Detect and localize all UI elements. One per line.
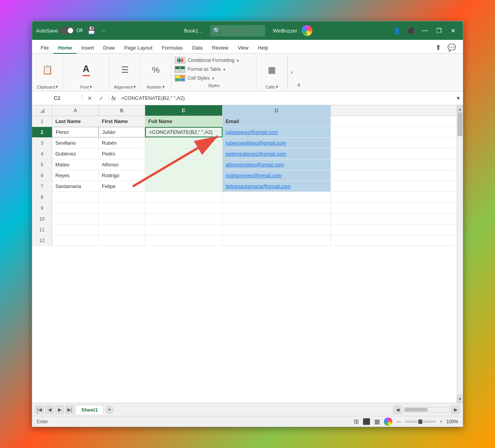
restore-button[interactable]: ⬛ [405, 25, 417, 36]
row-num-4[interactable]: 4 [32, 149, 52, 159]
normal-view-button[interactable]: ⊞ [354, 418, 359, 425]
cell-a11[interactable] [52, 224, 99, 235]
cell-d12[interactable] [223, 235, 331, 246]
cell-c12[interactable] [145, 235, 223, 246]
cell-b6[interactable]: Rodrigo [99, 170, 145, 181]
cell-b3[interactable]: Rubén [99, 138, 145, 148]
cell-d7[interactable]: felipesantamaria@gmail.com [223, 181, 331, 192]
minimize-button[interactable]: — [419, 25, 431, 36]
formula-confirm-button[interactable]: ✓ [97, 94, 106, 103]
zoom-slider[interactable] [405, 421, 436, 423]
cell-c9[interactable] [145, 203, 223, 213]
tab-review[interactable]: Review [207, 43, 233, 54]
row-num-7[interactable]: 7 [32, 181, 52, 192]
tab-view[interactable]: View [233, 43, 253, 54]
cell-d5[interactable]: alfonsomateo@gmail.com [223, 159, 331, 170]
cell-c11[interactable] [145, 224, 223, 235]
row-num-5[interactable]: 5 [32, 159, 52, 170]
comment-button[interactable]: 💬 [444, 42, 459, 53]
cell-c3[interactable] [145, 138, 223, 148]
cell-b7[interactable]: Felipe [99, 181, 145, 192]
tab-data[interactable]: Data [187, 43, 207, 54]
row-num-8[interactable]: 8 [32, 192, 52, 202]
cell-d9[interactable] [223, 203, 331, 213]
scroll-thumb[interactable] [457, 113, 462, 136]
col-header-d[interactable]: D [223, 105, 331, 116]
cell-a6[interactable]: Reyes [52, 170, 99, 181]
cell-c7[interactable] [145, 181, 223, 192]
zoom-slider-thumb[interactable] [418, 419, 422, 424]
font-label[interactable]: Font ▾ [80, 84, 92, 89]
tab-help[interactable]: Help [253, 43, 273, 54]
cell-d2[interactable]: julianperez@gmail.com [223, 127, 331, 137]
font-button[interactable]: A [79, 62, 93, 78]
scroll-down-button[interactable]: ▼ [457, 395, 463, 403]
cell-c2[interactable]: =CONCATENATE(B2," ",A2) [145, 127, 223, 137]
row-num-3[interactable]: 3 [32, 138, 52, 148]
scroll-up-button[interactable]: ▲ [457, 105, 463, 113]
cell-c10[interactable] [145, 214, 223, 224]
save-icon[interactable]: 💾 [86, 25, 97, 36]
add-sheet-button[interactable]: + [105, 405, 114, 414]
row-num-11[interactable]: 11 [32, 224, 52, 235]
cell-a5[interactable]: Mateo [52, 159, 99, 170]
row-num-10[interactable]: 10 [32, 214, 52, 224]
alignment-label[interactable]: Alignment ▾ [114, 84, 136, 89]
cell-d1[interactable]: Email [223, 116, 331, 127]
cell-b4[interactable]: Pedro [99, 149, 145, 159]
more-commands-icon[interactable]: ··· [101, 27, 106, 34]
cell-a8[interactable] [52, 192, 99, 202]
clipboard-label[interactable]: Clipboard ▾ [37, 84, 58, 89]
cells-label[interactable]: Cells ▾ [265, 84, 278, 89]
col-header-a[interactable]: A [52, 105, 99, 116]
cell-a3[interactable]: Sevillano [52, 138, 99, 148]
tab-file[interactable]: File [36, 43, 53, 54]
formula-cancel-button[interactable]: ✕ [86, 94, 94, 103]
cell-a12[interactable] [52, 235, 99, 246]
formula-input[interactable] [118, 95, 454, 101]
cell-d8[interactable] [223, 192, 331, 202]
autosave-toggle[interactable] [60, 27, 74, 34]
horizontal-scroll-thumb[interactable] [404, 408, 428, 412]
hscroll-left-button[interactable]: ◀ [393, 405, 402, 414]
conditional-formatting-button[interactable]: Conditional Formatting ▾ [173, 56, 255, 65]
user-icon-button[interactable]: 👤 [391, 25, 403, 36]
cell-a7[interactable]: Santamaria [52, 181, 99, 192]
collapse-ribbon-button[interactable]: ∧ [295, 55, 302, 89]
sheet-nav-first[interactable]: |◀ [35, 405, 44, 414]
number-label[interactable]: Number ▾ [147, 84, 165, 89]
clipboard-button[interactable]: 📋 [40, 64, 55, 76]
cell-b9[interactable] [99, 203, 145, 213]
col-header-b[interactable]: B [99, 105, 145, 116]
cell-c5[interactable] [145, 159, 223, 170]
title-search-input[interactable] [223, 26, 262, 35]
maximize-button[interactable]: ❐ [433, 25, 445, 36]
close-button[interactable]: ✕ [447, 25, 459, 36]
sheet-tab-sheet1[interactable]: Sheet1 [75, 405, 104, 414]
tab-page-layout[interactable]: Page Layout [120, 43, 157, 54]
cell-b8[interactable] [99, 192, 145, 202]
horizontal-scroll-track[interactable] [403, 407, 450, 412]
cell-d11[interactable] [223, 224, 331, 235]
cell-d6[interactable]: rodrigoreyes@gmail.com [223, 170, 331, 181]
row-num-12[interactable]: 12 [32, 235, 52, 246]
tab-draw[interactable]: Draw [99, 43, 120, 54]
sheet-nav-last[interactable]: ▶| [65, 405, 74, 414]
cell-c4[interactable] [145, 149, 223, 159]
cell-b1[interactable]: First Name [99, 116, 145, 127]
cell-c1[interactable]: Full Name [145, 116, 223, 127]
cell-d3[interactable]: rubensevillano@gmail.com [223, 138, 331, 148]
tab-formulas[interactable]: Formulas [157, 43, 187, 54]
row-num-2[interactable]: 2 [32, 127, 52, 137]
cell-b2[interactable]: Julián [99, 127, 145, 137]
tab-insert[interactable]: Insert [77, 43, 99, 54]
row-num-1[interactable]: 1 [32, 116, 52, 127]
vertical-scrollbar[interactable]: ▲ ▼ [457, 105, 463, 403]
cell-b5[interactable]: Alfonso [99, 159, 145, 170]
tab-home[interactable]: Home [53, 43, 77, 54]
sheet-nav-prev[interactable]: ◀ [45, 405, 54, 414]
cell-c8[interactable] [145, 192, 223, 202]
cell-d4[interactable]: pedrogutierrez@gmail.com [223, 149, 331, 159]
sheet-nav-next[interactable]: ▶ [55, 405, 64, 414]
cell-reference-input[interactable] [32, 95, 82, 101]
